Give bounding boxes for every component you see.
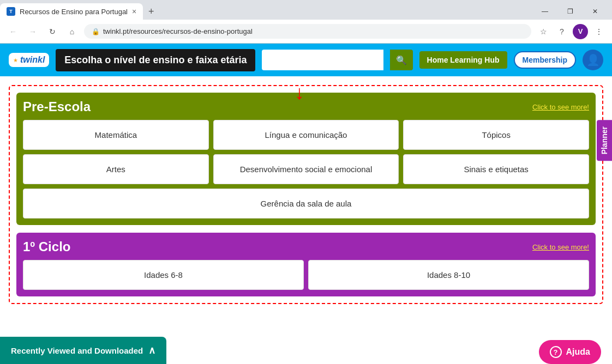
- url-text: twinkl.pt/resources/recursos-de-ensino-p…: [103, 27, 253, 35]
- new-tab-button[interactable]: +: [143, 3, 159, 20]
- ciclo-title: 1º Ciclo: [23, 239, 70, 254]
- ciclo-header: 1º Ciclo Click to see more!: [23, 239, 589, 254]
- pre-escola-section: Pre-Escola Click to see more! Matemática…: [16, 93, 596, 225]
- menu-icon[interactable]: ⋮: [591, 24, 607, 39]
- card-matematica[interactable]: Matemática: [23, 120, 209, 150]
- ciclo-cards: Idades 6-8 Idades 8-10: [23, 260, 589, 290]
- pre-escola-click-more[interactable]: Click to see more!: [532, 103, 589, 111]
- dashed-selection-container: Pre-Escola Click to see more! Matemática…: [9, 85, 603, 304]
- ajuda-label: Ajuda: [566, 347, 590, 357]
- home-learning-hub-button[interactable]: Home Learning Hub: [419, 51, 507, 69]
- window-controls: — ❐ ✕: [532, 3, 612, 20]
- address-bar-actions: ☆ ? V ⋮: [536, 24, 607, 39]
- url-field[interactable]: 🔒 twinkl.pt/resources/recursos-de-ensino…: [84, 24, 531, 39]
- back-button[interactable]: ←: [5, 24, 21, 39]
- card-idades-8-10[interactable]: Idades 8-10: [308, 260, 589, 290]
- forward-button[interactable]: →: [25, 24, 40, 39]
- twinkl-logo[interactable]: ★ twinkl: [9, 53, 49, 67]
- tab-favicon: T: [7, 7, 15, 16]
- ajuda-button[interactable]: ? Ajuda: [539, 340, 601, 364]
- pre-escola-row2: Artes Desenvolvimento social e emocional…: [23, 154, 589, 184]
- card-desenvolvimento[interactable]: Desenvolvimento social e emocional: [213, 154, 399, 184]
- lock-icon: 🔒: [92, 28, 100, 35]
- search-input[interactable]: [262, 50, 383, 70]
- tooltip-box: Escolha o nível de ensino e faixa etária: [56, 49, 255, 71]
- card-lingua[interactable]: Língua e comunicação: [213, 120, 399, 150]
- help-icon[interactable]: ?: [554, 24, 569, 39]
- logo-text: twinkl: [20, 55, 45, 65]
- tab-title: Recursos de Ensino para Portugal: [20, 8, 128, 16]
- ciclo-section: 1º Ciclo Click to see more! Idades 6-8 I…: [16, 233, 596, 296]
- bookmark-icon[interactable]: ☆: [536, 24, 551, 39]
- card-gerencia[interactable]: Gerência da sala de aula: [23, 189, 589, 219]
- recently-viewed-label: Recently Viewed and Downloaded: [11, 346, 143, 355]
- minimize-button[interactable]: —: [532, 3, 557, 20]
- main-content: Pre-Escola Click to see more! Matemática…: [0, 76, 612, 313]
- page-content: ★ twinkl Escolha o nível de ensino e fai…: [0, 44, 612, 364]
- pre-escola-header: Pre-Escola Click to see more!: [23, 99, 589, 114]
- active-tab[interactable]: T Recursos de Ensino para Portugal ×: [0, 3, 143, 20]
- card-sinais[interactable]: Sinais e etiquetas: [403, 154, 589, 184]
- tab-close-button[interactable]: ×: [132, 7, 136, 16]
- restore-button[interactable]: ❐: [557, 3, 583, 20]
- planner-tab[interactable]: Planner: [597, 120, 612, 161]
- red-arrow-container: ↓: [295, 83, 304, 102]
- pre-escola-row1: Matemática Língua e comunicação Tópicos: [23, 120, 589, 150]
- pre-escola-title: Pre-Escola: [23, 99, 91, 114]
- membership-button[interactable]: Membership: [514, 51, 576, 69]
- close-button[interactable]: ✕: [583, 3, 608, 20]
- pre-escola-row3: Gerência da sala de aula: [23, 189, 589, 219]
- ajuda-icon: ?: [550, 346, 562, 358]
- red-arrow: ↓: [295, 83, 304, 102]
- ciclo-click-more[interactable]: Click to see more!: [532, 243, 589, 251]
- profile-avatar[interactable]: V: [573, 24, 588, 39]
- refresh-button[interactable]: ↻: [45, 24, 60, 39]
- recently-viewed-button[interactable]: Recently Viewed and Downloaded ∧: [0, 337, 166, 364]
- address-bar: ← → ↻ ⌂ 🔒 twinkl.pt/resources/recursos-d…: [0, 20, 612, 44]
- search-button[interactable]: 🔍: [390, 50, 413, 70]
- chevron-up-icon: ∧: [148, 344, 155, 356]
- user-icon[interactable]: 👤: [583, 50, 603, 70]
- twinkl-header: ★ twinkl Escolha o nível de ensino e fai…: [0, 44, 612, 76]
- logo-star: ★: [13, 57, 18, 63]
- home-button[interactable]: ⌂: [64, 24, 80, 39]
- bottom-bar: Recently Viewed and Downloaded ∧ ? Ajuda: [0, 337, 612, 364]
- tab-bar: T Recursos de Ensino para Portugal × + —…: [0, 0, 612, 20]
- card-artes[interactable]: Artes: [23, 154, 209, 184]
- card-topicos[interactable]: Tópicos: [403, 120, 589, 150]
- card-idades-6-8[interactable]: Idades 6-8: [23, 260, 304, 290]
